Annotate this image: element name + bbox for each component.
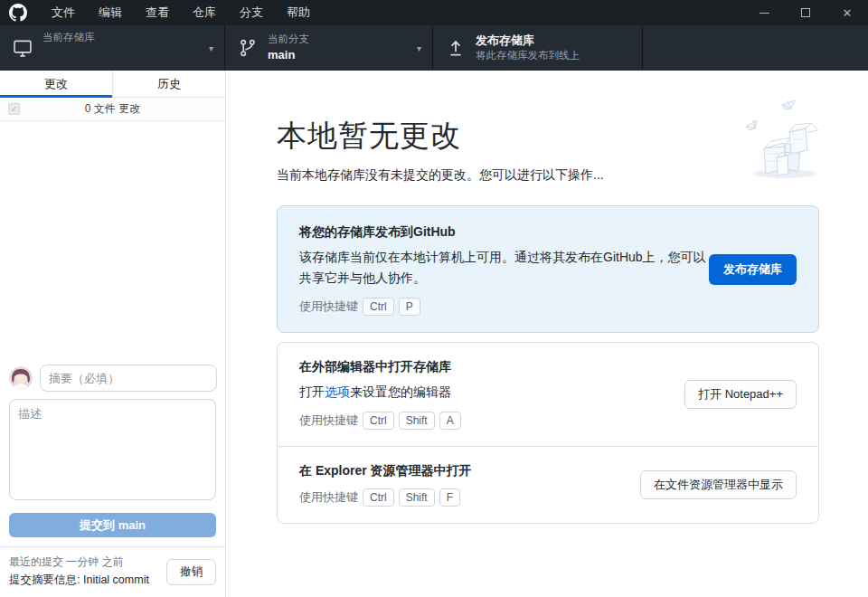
- toolbar-empty-area: [643, 25, 868, 71]
- publish-toolbar-subtitle: 将此存储库发布到线上: [476, 49, 580, 63]
- key-p: P: [399, 298, 420, 316]
- upload-icon: [446, 38, 466, 58]
- last-commit-bar: 最近的提交 一分钟 之前 提交摘要信息: Initial commit 撤销: [0, 546, 225, 597]
- no-changes-illustration: [744, 98, 826, 181]
- page-title: 本地暂无更改: [277, 116, 819, 156]
- key-a: A: [439, 412, 461, 430]
- key-ctrl: Ctrl: [363, 488, 394, 507]
- files-changed-row: ✓ 0 文件 更改: [0, 98, 225, 121]
- publish-card-shortcut: 使用快捷键 Ctrl P: [299, 298, 797, 316]
- minimize-button[interactable]: [743, 0, 785, 25]
- open-in-editor-shortcut: 使用快捷键 Ctrl Shift A: [299, 412, 797, 430]
- chevron-down-icon: ▾: [209, 43, 213, 53]
- tab-history[interactable]: 历史: [112, 71, 225, 97]
- git-branch-icon: [238, 38, 258, 58]
- changes-list-empty: [0, 121, 225, 357]
- main-panel: 本地暂无更改 当前本地存储库没有未提交的更改。您可以进行以下操作... 将您的存…: [226, 71, 868, 597]
- current-repository-label: 当前存储库: [42, 31, 95, 45]
- undo-button[interactable]: 撤销: [166, 559, 216, 585]
- current-repository-value: [42, 44, 95, 58]
- publish-toolbar-title: 发布存储库: [476, 33, 580, 49]
- minimize-icon: [760, 13, 769, 14]
- shortcut-label: 使用快捷键: [299, 298, 358, 315]
- key-shift: Shift: [399, 412, 435, 430]
- maximize-button[interactable]: [785, 0, 826, 25]
- publish-repository-toolbar-button[interactable]: 发布存储库 将此存储库发布到线上: [433, 25, 643, 71]
- shortcut-label: 使用快捷键: [299, 489, 358, 506]
- key-ctrl: Ctrl: [363, 412, 394, 430]
- tab-changes[interactable]: 更改: [0, 71, 112, 97]
- last-commit-summary-value: Initial commit: [83, 573, 149, 586]
- sidebar: 更改 历史 ✓ 0 文件 更改: [0, 71, 226, 597]
- page-subtitle: 当前本地存储库没有未提交的更改。您可以进行以下操作...: [277, 167, 819, 184]
- close-button[interactable]: ✕: [826, 0, 868, 25]
- current-branch-value: main: [268, 47, 309, 63]
- open-actions-card: 在外部编辑器中打开存储库 打开选项来设置您的编辑器 使用快捷键 Ctrl Shi…: [277, 342, 819, 524]
- commit-to-main-button[interactable]: 提交到 main: [9, 513, 216, 537]
- publish-card-body: 该存储库当前仅在本地计算机上可用。通过将其发布在GitHub上，您可以共享它并与…: [299, 247, 715, 289]
- commit-description-input[interactable]: [9, 399, 216, 500]
- current-branch-button[interactable]: 当前分支 main ▾: [225, 25, 433, 71]
- menu-bar: 文件 编辑 查看 仓库 分支 帮助: [40, 0, 322, 25]
- publish-card-title: 将您的存储库发布到GitHub: [299, 224, 797, 241]
- chevron-down-icon: ▾: [417, 43, 421, 53]
- toolbar: 当前存储库 ▾ 当前分支 main ▾ 发布存储库 将此存储库发布到线上: [0, 25, 868, 71]
- key-f: F: [439, 488, 460, 507]
- close-icon: ✕: [843, 6, 853, 20]
- select-all-checkbox[interactable]: ✓: [8, 103, 20, 115]
- commit-form: 提交到 main: [0, 357, 225, 546]
- last-commit-summary-label: 提交摘要信息:: [9, 573, 80, 586]
- key-shift: Shift: [399, 488, 435, 507]
- open-in-editor-title: 在外部编辑器中打开存储库: [299, 359, 797, 375]
- options-link[interactable]: 选项: [325, 384, 350, 399]
- show-in-explorer-button[interactable]: 在文件资源管理器中显示: [640, 470, 797, 499]
- key-ctrl: Ctrl: [363, 298, 394, 316]
- menu-edit[interactable]: 编辑: [87, 0, 134, 25]
- maximize-icon: [801, 8, 810, 17]
- sidebar-tabs: 更改 历史: [0, 71, 225, 98]
- menu-repository[interactable]: 仓库: [181, 0, 228, 25]
- publish-repository-button[interactable]: 发布存储库: [709, 254, 797, 285]
- open-in-editor-body: 打开选项来设置您的编辑器: [299, 382, 715, 403]
- computer-icon: [13, 38, 33, 58]
- publish-card: 将您的存储库发布到GitHub 该存储库当前仅在本地计算机上可用。通过将其发布在…: [277, 205, 819, 333]
- open-in-editor-section: 在外部编辑器中打开存储库 打开选项来设置您的编辑器 使用快捷键 Ctrl Shi…: [278, 343, 818, 446]
- current-branch-label: 当前分支: [268, 33, 309, 47]
- window-controls: ✕: [743, 0, 868, 25]
- menu-file[interactable]: 文件: [40, 0, 87, 25]
- menu-branch[interactable]: 分支: [228, 0, 275, 25]
- github-logo-icon: [9, 4, 27, 22]
- menu-view[interactable]: 查看: [134, 0, 181, 25]
- menu-help[interactable]: 帮助: [275, 0, 322, 25]
- commit-summary-input[interactable]: [40, 365, 217, 392]
- titlebar: 文件 编辑 查看 仓库 分支 帮助 ✕: [0, 0, 868, 25]
- avatar: [9, 366, 33, 390]
- files-changed-label: 0 文件 更改: [85, 101, 140, 117]
- open-in-explorer-section: 在 Explorer 资源管理器中打开 使用快捷键 Ctrl Shift F 在…: [278, 446, 818, 523]
- open-notepad-button[interactable]: 打开 Notepad++: [684, 380, 797, 409]
- suggested-actions: 将您的存储库发布到GitHub 该存储库当前仅在本地计算机上可用。通过将其发布在…: [277, 205, 819, 524]
- current-repository-button[interactable]: 当前存储库 ▾: [0, 25, 225, 71]
- shortcut-label: 使用快捷键: [299, 412, 358, 429]
